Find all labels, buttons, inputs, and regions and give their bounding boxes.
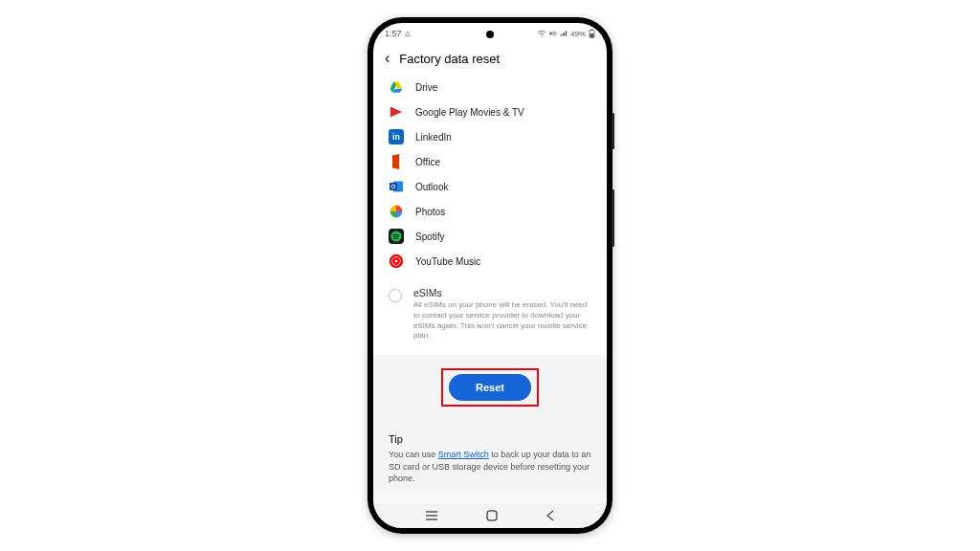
list-item: Spotify	[373, 224, 607, 249]
office-icon	[389, 154, 404, 169]
app-header: ‹ Factory data reset	[373, 44, 607, 75]
outlook-icon	[389, 179, 404, 194]
svg-rect-15	[487, 511, 497, 520]
smart-switch-link[interactable]: Smart Switch	[438, 450, 489, 459]
tutorial-highlight: Reset	[441, 368, 539, 407]
battery-percent: 49%	[570, 30, 586, 38]
svg-rect-1	[591, 30, 593, 31]
photos-icon	[389, 204, 404, 219]
phone-frame: 1:57 49% ‹ Factory data reset	[368, 17, 612, 534]
svg-text:in: in	[392, 132, 400, 142]
volte-icon	[549, 30, 557, 37]
app-label: Outlook	[415, 182, 448, 192]
app-label: Office	[415, 157, 440, 167]
youtube-music-icon	[389, 253, 404, 269]
list-item: YouTube Music	[373, 249, 607, 274]
front-camera	[486, 31, 494, 38]
reset-button[interactable]: Reset	[449, 374, 531, 401]
play-movies-icon	[389, 104, 404, 120]
app-list: Drive Google Play Movies & TV in LinkedI…	[373, 75, 607, 277]
tip-section: Tip You can use Smart Switch to back up …	[373, 420, 607, 493]
home-icon[interactable]	[485, 509, 499, 522]
screen: 1:57 49% ‹ Factory data reset	[373, 23, 607, 528]
reset-button-container: Reset	[373, 355, 607, 420]
power-button	[612, 189, 614, 247]
tip-heading: Tip	[389, 433, 591, 445]
esim-description: All eSIMs on your phone will be erased. …	[413, 300, 591, 342]
esim-title: eSIMs	[413, 287, 591, 298]
app-label: LinkedIn	[415, 132, 452, 143]
tip-prefix: You can use	[389, 450, 438, 459]
list-item: Google Play Movies & TV	[373, 99, 607, 124]
status-icon	[404, 30, 412, 37]
navigation-bar	[373, 503, 607, 528]
list-item: in LinkedIn	[373, 124, 607, 149]
app-label: Drive	[415, 82, 437, 93]
spotify-icon	[389, 229, 404, 244]
list-item: Office	[373, 149, 607, 174]
volume-button	[612, 113, 614, 149]
back-icon[interactable]: ‹	[385, 50, 390, 67]
content-area: Drive Google Play Movies & TV in LinkedI…	[373, 75, 607, 503]
wifi-icon	[537, 30, 546, 37]
signal-icon	[560, 30, 568, 37]
status-time: 1:57	[385, 29, 402, 38]
app-label: Photos	[415, 207, 445, 217]
app-label: Spotify	[415, 231, 445, 242]
battery-icon	[589, 29, 595, 38]
page-title: Factory data reset	[399, 52, 500, 66]
esim-option[interactable]: eSIMs All eSIMs on your phone will be er…	[373, 277, 607, 355]
svg-rect-6	[390, 183, 397, 190]
app-label: Google Play Movies & TV	[415, 107, 524, 118]
list-item: Drive	[373, 75, 607, 99]
back-nav-icon[interactable]	[546, 510, 555, 521]
app-label: YouTube Music	[415, 256, 480, 267]
radio-unchecked-icon[interactable]	[389, 289, 402, 302]
svg-rect-2	[590, 33, 594, 37]
tip-text: You can use Smart Switch to back up your…	[389, 449, 591, 485]
list-item: Outlook	[373, 174, 607, 199]
drive-icon	[389, 79, 404, 95]
linkedin-icon: in	[389, 129, 404, 144]
recents-icon[interactable]	[425, 510, 438, 521]
list-item: Photos	[373, 199, 607, 224]
